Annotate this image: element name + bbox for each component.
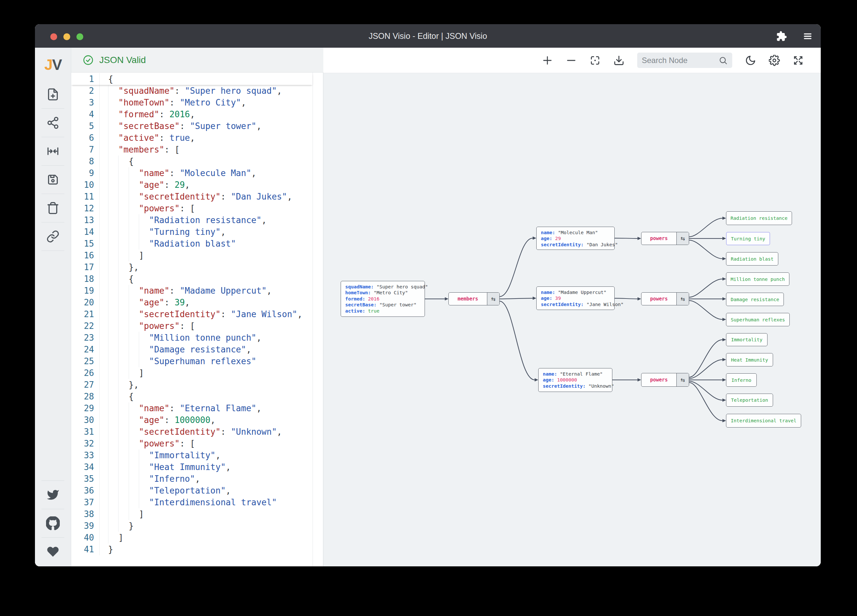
code-line[interactable]: 28 { xyxy=(71,391,312,402)
app-logo[interactable]: JV xyxy=(45,54,61,75)
line-number: 9 xyxy=(71,167,100,179)
node-member-1[interactable]: name: "Molecule Man" age: 29 secretIdent… xyxy=(536,227,615,250)
code-line[interactable]: 3 "homeTown": "Metro City", xyxy=(71,97,312,108)
fullscreen-button[interactable] xyxy=(793,55,804,66)
code-text: "age": 39, xyxy=(100,297,190,308)
node-row: name: "Eternal Flame" xyxy=(543,371,608,377)
code-line[interactable]: 14 "Turning tiny", xyxy=(71,226,312,238)
line-number: 1 xyxy=(71,73,100,85)
editor-scrollbar[interactable] xyxy=(312,73,323,566)
code-line[interactable]: 19 "name": "Madame Uppercut", xyxy=(71,285,312,297)
code-line[interactable]: 39 } xyxy=(71,520,312,532)
sponsor-button[interactable] xyxy=(35,538,71,566)
json-editor[interactable]: 1{2 "squadName": "Super hero squad",3 "h… xyxy=(71,73,323,566)
share-button[interactable] xyxy=(35,109,71,137)
node-member-3[interactable]: name: "Eternal Flame" age: 1000000 secre… xyxy=(538,368,613,392)
node-leaf-selected[interactable]: Turning tiny xyxy=(726,232,770,245)
extension-puzzle-icon[interactable] xyxy=(776,31,787,42)
node-leaf[interactable]: Million tonne punch xyxy=(726,272,789,286)
collapse-node-button[interactable]: ⇆ xyxy=(676,293,689,305)
code-line[interactable]: 38 ] xyxy=(71,508,312,520)
code-line[interactable]: 34 "Heat Immunity", xyxy=(71,461,312,473)
code-line[interactable]: 26 ] xyxy=(71,367,312,379)
twitter-button[interactable] xyxy=(35,481,71,509)
code-line[interactable]: 13 "Radiation resistance", xyxy=(71,214,312,226)
code-line[interactable]: 18 { xyxy=(71,273,312,285)
code-line[interactable]: 41} xyxy=(71,543,312,555)
delete-button[interactable] xyxy=(35,194,71,222)
download-button[interactable] xyxy=(613,55,625,66)
zoom-out-button[interactable] xyxy=(566,55,577,66)
code-line[interactable]: 11 "secretIdentity": "Dan Jukes", xyxy=(71,191,312,203)
dark-mode-button[interactable] xyxy=(745,55,756,66)
code-line[interactable]: 8 { xyxy=(71,155,312,167)
moon-icon xyxy=(745,55,756,66)
code-line[interactable]: 5 "secretBase": "Super tower", xyxy=(71,120,312,132)
focus-center-button[interactable] xyxy=(589,55,601,66)
graph-canvas[interactable]: squadName: "Super hero squad" homeTown: … xyxy=(323,73,821,566)
code-line[interactable]: 35 "Inferno", xyxy=(71,473,312,485)
code-line[interactable]: 20 "age": 39, xyxy=(71,297,312,308)
collapse-node-button[interactable]: ⇆ xyxy=(487,293,500,305)
collapse-node-button[interactable]: ⇆ xyxy=(676,232,689,245)
code-line[interactable]: 24 "Damage resistance", xyxy=(71,344,312,355)
code-line[interactable]: 37 "Interdimensional travel" xyxy=(71,497,312,508)
node-root-object[interactable]: squadName: "Super hero squad" homeTown: … xyxy=(340,281,425,317)
code-line[interactable]: 21 "secretIdentity": "Jane Wilson", xyxy=(71,308,312,320)
node-members[interactable]: members ⇆ xyxy=(449,293,500,305)
code-line[interactable]: 7 "members": [ xyxy=(71,144,312,155)
node-leaf[interactable]: Radiation resistance xyxy=(726,211,792,225)
code-line[interactable]: 1{ xyxy=(71,73,312,85)
node-leaf[interactable]: Interdimensional travel xyxy=(726,414,801,427)
fit-width-button[interactable] xyxy=(35,137,71,165)
divider xyxy=(42,251,64,251)
code-line[interactable]: 10 "age": 29, xyxy=(71,179,312,191)
line-number: 34 xyxy=(71,461,100,473)
settings-button[interactable] xyxy=(769,55,780,66)
node-member-2[interactable]: name: "Madame Uppercut" age: 39 secretId… xyxy=(536,286,615,310)
line-number: 16 xyxy=(71,249,100,261)
code-line[interactable]: 4 "formed": 2016, xyxy=(71,108,312,120)
code-line[interactable]: 6 "active": true, xyxy=(71,132,312,144)
code-line[interactable]: 29 "name": "Eternal Flame", xyxy=(71,402,312,414)
node-leaf[interactable]: Inferno xyxy=(726,373,757,387)
new-document-button[interactable] xyxy=(35,80,71,108)
code-line[interactable]: 23 "Million tonne punch", xyxy=(71,332,312,344)
code-line[interactable]: 30 "age": 1000000, xyxy=(71,414,312,426)
node-leaf[interactable]: Immortality xyxy=(726,333,767,346)
share-link-button[interactable] xyxy=(35,223,71,251)
code-line[interactable]: 31 "secretIdentity": "Unknown", xyxy=(71,426,312,438)
code-line[interactable]: 17 }, xyxy=(71,261,312,273)
code-text: } xyxy=(100,520,134,532)
code-line[interactable]: 33 "Immortality", xyxy=(71,449,312,461)
save-button[interactable] xyxy=(35,166,71,194)
node-powers-1[interactable]: powers ⇆ xyxy=(641,232,689,245)
code-text: "name": "Madame Uppercut", xyxy=(100,285,272,297)
zoom-in-button[interactable] xyxy=(542,55,553,66)
node-leaf[interactable]: Radiation blast xyxy=(726,252,778,266)
node-leaf[interactable]: Teleportation xyxy=(726,393,773,407)
share-icon xyxy=(46,116,59,129)
code-line[interactable]: 15 "Radiation blast" xyxy=(71,238,312,249)
node-powers-3[interactable]: powers ⇆ xyxy=(641,373,689,387)
node-leaf[interactable]: Damage resistance xyxy=(726,293,784,306)
code-line[interactable]: 40 ] xyxy=(71,532,312,543)
code-line[interactable]: 36 "Teleportation", xyxy=(71,485,312,497)
collapse-node-button[interactable]: ⇆ xyxy=(676,373,689,386)
menu-hamburger-icon[interactable] xyxy=(802,31,813,42)
code-line[interactable]: 32 "powers": [ xyxy=(71,438,312,449)
code-line[interactable]: 16 ] xyxy=(71,249,312,261)
node-powers-2[interactable]: powers ⇆ xyxy=(641,293,689,305)
code-line[interactable]: 27 }, xyxy=(71,379,312,391)
code-line[interactable]: 25 "Superhuman reflexes" xyxy=(71,355,312,367)
node-leaf[interactable]: Superhuman reflexes xyxy=(726,313,790,326)
code-line[interactable]: 12 "powers": [ xyxy=(71,203,312,214)
code-text: "Teleportation", xyxy=(100,485,231,497)
code-line[interactable]: 9 "name": "Molecule Man", xyxy=(71,167,312,179)
sidebar: JV xyxy=(35,48,71,566)
github-button[interactable] xyxy=(35,509,71,537)
code-line[interactable]: 2 "squadName": "Super hero squad", xyxy=(71,85,312,97)
search-node-input[interactable] xyxy=(642,56,716,65)
node-leaf[interactable]: Heat Immunity xyxy=(726,353,773,367)
code-line[interactable]: 22 "powers": [ xyxy=(71,320,312,332)
